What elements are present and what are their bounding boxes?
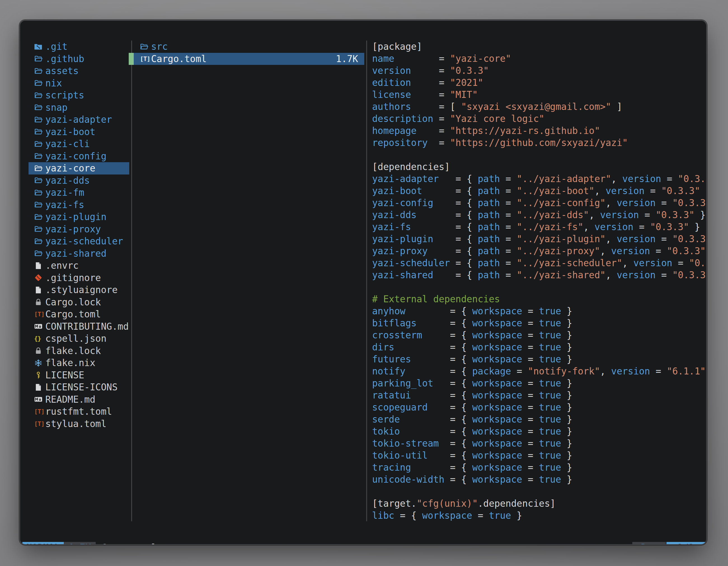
status-bar-left: NORMAL 1.7K Cargo.toml: [22, 542, 157, 544]
file-row[interactable]: assets: [29, 65, 129, 77]
toml-icon: [T]: [140, 55, 151, 62]
file-row[interactable]: Cargo.lock: [29, 296, 129, 308]
file-row[interactable]: .github: [29, 53, 129, 65]
code-line: yazi-fs = { path = "../yazi-fs", version…: [372, 221, 706, 233]
code-line: yazi-dds = { path = "../yazi-dds", versi…: [372, 209, 706, 221]
folder-open-icon: [34, 128, 45, 136]
file-row[interactable]: src: [129, 41, 364, 53]
file-name-label: yazi-dds: [45, 175, 90, 186]
folder-open-icon: [34, 249, 45, 258]
file-name-label: yazi-adapter: [45, 114, 112, 125]
folder-open-icon: [34, 116, 45, 124]
code-line: yazi-adapter = { path = "../yazi-adapter…: [372, 173, 706, 185]
file-name-label: yazi-scheduler: [45, 236, 123, 247]
code-line: version = "0.3.3": [372, 65, 706, 77]
terminal-window: .git .github assets nix scripts snap yaz…: [20, 21, 706, 544]
code-line: [372, 149, 706, 161]
status-bar: NORMAL 1.7K Cargo.toml -rw-r--r-- Bot 2/…: [20, 542, 706, 544]
folder-git-icon: [34, 43, 45, 51]
file-name-label: README.md: [45, 394, 95, 405]
parent-directory-pane: .git .github assets nix scripts snap yaz…: [29, 41, 129, 430]
mode-indicator: NORMAL: [22, 542, 64, 544]
folder-open-icon: [34, 103, 45, 112]
git-icon: [34, 274, 45, 282]
code-line: edition = "2021": [372, 77, 706, 89]
file-row[interactable]: yazi-fm: [29, 187, 129, 199]
code-line: parking_lot = { workspace = true }: [372, 377, 706, 389]
toml-icon: [T]: [34, 408, 45, 415]
code-line: homepage = "https://yazi-rs.github.io": [372, 125, 706, 137]
file-name-label: src: [151, 41, 168, 52]
folder-open-icon: [34, 67, 45, 75]
file-row[interactable]: .envrc: [29, 260, 129, 272]
file-name-label: yazi-core: [45, 163, 95, 174]
code-line: notify = { package = "notify-fork", vers…: [372, 365, 706, 377]
folder-open-icon: [34, 152, 45, 160]
file-name-label: yazi-fm: [45, 187, 84, 198]
file-row[interactable]: yazi-fs: [29, 199, 129, 211]
file-row[interactable]: yazi-shared: [29, 248, 129, 260]
file-row[interactable]: [T] stylua.toml: [29, 418, 129, 430]
code-line: crossterm = { workspace = true }: [372, 329, 706, 341]
file-row[interactable]: snap: [29, 102, 129, 114]
code-line: dirs = { workspace = true }: [372, 341, 706, 353]
file-name-label: cspell.json: [45, 333, 107, 344]
file-row[interactable]: [T] rustfmt.toml: [29, 405, 129, 418]
file-name-label: flake.lock: [45, 345, 101, 356]
file-row[interactable]: yazi-boot: [29, 126, 129, 138]
code-line: [372, 281, 706, 293]
file-row[interactable]: yazi-proxy: [29, 223, 129, 236]
file-row[interactable]: yazi-plugin: [29, 211, 129, 223]
file-row[interactable]: {} cspell.json: [29, 332, 129, 345]
file-row[interactable]: yazi-cli: [29, 138, 129, 150]
file-row[interactable]: LICENSE: [29, 369, 129, 381]
code-line: yazi-scheduler = { path = "../yazi-sched…: [372, 257, 706, 269]
code-line: yazi-config = { path = "../yazi-config",…: [372, 197, 706, 209]
file-name-label: Cargo.lock: [45, 297, 101, 307]
code-line: unicode-width = { workspace = true }: [372, 473, 706, 485]
folder-open-icon: [34, 140, 45, 148]
file-row[interactable]: yazi-config: [29, 150, 129, 163]
file-name-label: .envrc: [45, 260, 79, 271]
toml-icon: [T]: [34, 420, 45, 427]
file-name-label: yazi-cli: [45, 139, 90, 149]
file-row[interactable]: yazi-dds: [29, 175, 129, 187]
file-row[interactable]: nix: [29, 77, 129, 90]
pane-divider: [131, 41, 132, 521]
file-row[interactable]: [T] Cargo.toml: [29, 308, 129, 320]
file-row[interactable]: scripts: [29, 89, 129, 102]
file-row[interactable]: [T] Cargo.toml 1.7K: [129, 53, 364, 65]
file-preview-pane: [package]name = "yazi-core"version = "0.…: [372, 41, 706, 521]
file-name-label: nix: [45, 78, 62, 89]
code-line: # External dependencies: [372, 293, 706, 305]
current-directory-pane: src [T] Cargo.toml 1.7K: [129, 41, 364, 65]
file-row[interactable]: LICENSE-ICONS: [29, 381, 129, 393]
code-line: tokio = { workspace = true }: [372, 425, 706, 437]
code-line: [dependencies]: [372, 161, 706, 173]
file-permissions: -rw-r--r--: [538, 531, 627, 544]
cursor-position-indicator: 2/2: [666, 542, 705, 544]
file-name-label: snap: [45, 102, 67, 113]
code-line: futures = { workspace = true }: [372, 353, 706, 365]
file-row[interactable]: yazi-adapter: [29, 114, 129, 126]
folder-open-icon: [34, 91, 45, 100]
toml-icon: [T]: [34, 311, 45, 318]
folder-open-icon: [34, 79, 45, 87]
code-line: [package]: [372, 41, 706, 53]
nix-icon: [34, 359, 45, 367]
file-row[interactable]: yazi-scheduler: [29, 235, 129, 248]
file-row[interactable]: .styluaignore: [29, 284, 129, 296]
file-row[interactable]: .git: [29, 41, 129, 53]
file-name-label: yazi-plugin: [45, 212, 107, 222]
file-row[interactable]: README.md: [29, 393, 129, 406]
file-row[interactable]: flake.lock: [29, 345, 129, 357]
file-icon: [34, 262, 45, 270]
file-row[interactable]: CONTRIBUTING.md: [29, 320, 129, 333]
file-name-label: rustfmt.toml: [45, 406, 112, 417]
file-row[interactable]: .gitignore: [29, 272, 129, 284]
file-row[interactable]: flake.nix: [29, 357, 129, 369]
file-name-label: assets: [45, 65, 79, 76]
file-row[interactable]: yazi-core: [29, 162, 129, 175]
file-name-label: .gitignore: [45, 273, 101, 283]
file-name-label: .github: [45, 53, 84, 64]
